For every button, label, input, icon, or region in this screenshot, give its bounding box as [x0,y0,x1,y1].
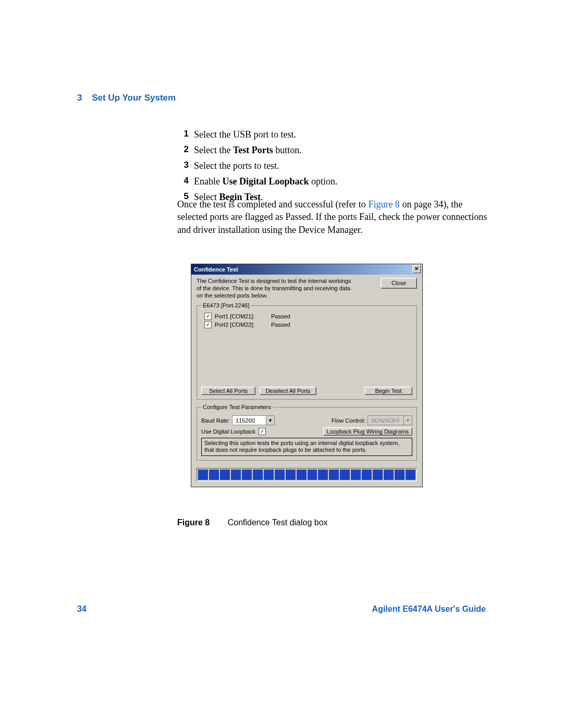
figure-caption-text: Confidence Test dialog box [228,518,328,527]
wiring-diagrams-button[interactable]: Loopback Plug Wiring Diagrams [323,427,412,436]
select-all-button[interactable]: Select All Ports [201,387,255,395]
port1-checkbox[interactable]: ✓ [204,313,212,320]
page-number: 34 [77,604,87,614]
port2-status: Passed [271,322,290,328]
step-1: 1 Select the USB port to test. [177,128,485,141]
dialog-intro: The Confidence Test is designed to test … [197,278,353,299]
step-text: Select the ports to test. [194,159,279,172]
confidence-test-dialog: Confidence Test ✕ The Confidence Test is… [191,264,423,487]
ports-legend: E6473 [Port-2246] [201,302,251,309]
section-header: 3 Set Up Your System [77,93,176,103]
baud-rate-combo[interactable]: 115200 ▼ [232,415,275,425]
port1-status: Passed [271,313,290,319]
step-number: 2 [177,143,189,157]
section-title: Set Up Your System [92,93,176,103]
loopback-info: Selecting this option tests the ports us… [201,438,412,455]
step-text: Enable Use Digital Loopback option. [194,175,338,188]
port2-checkbox[interactable]: ✓ [204,321,212,328]
deselect-all-button[interactable]: Deselect All Ports [260,387,316,395]
port1-label: Port1 [COM21]: [215,313,263,319]
params-fieldset: Configure Test Parameters Baud Rate: 115… [197,404,417,460]
close-button[interactable]: Close [381,278,417,289]
flow-control-label: Flow Control: [332,417,365,424]
figure-caption: Figure 8 Confidence Test dialog box [177,518,328,527]
port-row: ✓ Port2 [COM22]: Passed [204,321,412,328]
flow-control-combo: XON/XOFF ▼ [368,415,412,425]
step-3: 3 Select the ports to test. [177,159,485,172]
step-4: 4 Enable Use Digital Loopback option. [177,175,485,188]
step-number: 1 [177,128,189,141]
figure-label: Figure 8 [177,518,210,527]
params-legend: Configure Test Parameters [201,404,273,410]
step-number: 3 [177,159,189,172]
step-number: 4 [177,175,189,188]
flow-control-value: XON/XOFF [368,417,403,424]
baud-rate-value: 115200 [232,417,266,424]
close-icon[interactable]: ✕ [412,265,421,273]
result-paragraph: Once the test is completed and successfu… [177,198,487,236]
port2-label: Port2 [COM22]: [215,322,263,328]
figure-xref: Figure 8 [368,199,400,209]
titlebar: Confidence Test ✕ [191,264,422,275]
loopback-label: Use Digital Loopback [201,428,255,435]
step-text: Select the USB port to test. [194,128,296,141]
dialog-title: Confidence Test [194,266,238,273]
step-text: Select the Test Ports button. [194,143,302,157]
ports-fieldset: E6473 [Port-2246] ✓ Port1 [COM21]: Passe… [197,302,417,400]
page-footer: 34 Agilent E6474A User's Guide [77,604,486,614]
steps-list: 1 Select the USB port to test. 2 Select … [177,128,485,206]
chevron-down-icon: ▼ [266,416,274,425]
chevron-down-icon: ▼ [403,416,412,425]
port-row: ✓ Port1 [COM21]: Passed [204,313,412,320]
baud-rate-label: Baud Rate: [201,417,230,424]
step-2: 2 Select the Test Ports button. [177,143,485,157]
loopback-checkbox[interactable]: ✓ [259,428,266,435]
begin-test-button[interactable]: Begin Test [364,387,412,395]
guide-title: Agilent E6474A User's Guide [372,604,486,614]
progress-bar [197,468,417,482]
section-number: 3 [77,93,82,103]
